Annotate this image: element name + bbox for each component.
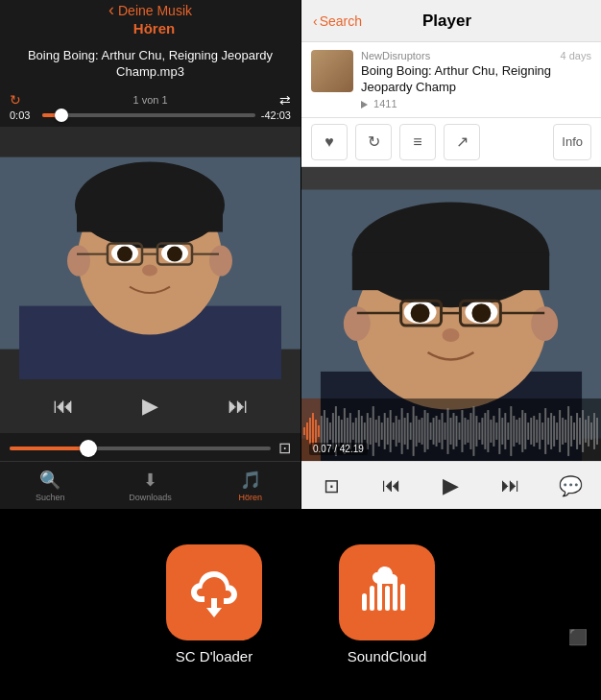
soundcloud-wrapper: SoundCloud — [339, 544, 435, 664]
svg-rect-101 — [487, 410, 489, 452]
svg-rect-118 — [536, 420, 538, 443]
svg-rect-76 — [416, 416, 418, 447]
svg-rect-46 — [329, 422, 331, 440]
music-tab-icon: 🎵 — [240, 470, 261, 491]
sc-dloader-icon[interactable] — [166, 544, 262, 640]
svg-point-29 — [471, 303, 491, 323]
svg-point-28 — [411, 303, 430, 323]
progress-track[interactable] — [42, 113, 255, 117]
svg-rect-149 — [370, 586, 374, 611]
progress-thumb[interactable] — [55, 109, 68, 122]
svg-rect-136 — [588, 416, 589, 447]
repost-button[interactable]: ↻ — [355, 124, 392, 160]
repeat-icon[interactable]: ↻ — [10, 92, 21, 108]
svg-rect-68 — [393, 422, 395, 440]
svg-rect-87 — [447, 408, 449, 454]
playlist-button[interactable]: ≡ — [399, 124, 436, 160]
episode-channel-name: NewDisruptors — [361, 50, 430, 61]
svg-rect-122 — [547, 418, 549, 445]
svg-rect-119 — [539, 413, 541, 449]
svg-rect-99 — [481, 418, 483, 445]
svg-rect-153 — [400, 584, 405, 611]
tab-hoeren[interactable]: 🎵 Hören — [201, 462, 300, 509]
thumb-face — [311, 50, 353, 92]
play-count: 1411 — [373, 98, 397, 109]
episode-info: NewDisruptors 4 days Boing Boing: Arthur… — [361, 50, 591, 109]
shuffle-icon[interactable]: ⇄ — [279, 92, 291, 108]
bottom-area: SC D'loader SoundCloud — [0, 509, 601, 700]
svg-rect-139 — [596, 418, 598, 445]
svg-rect-6 — [77, 203, 223, 231]
svg-rect-121 — [544, 408, 546, 454]
left-seek-bar[interactable]: ⊡ — [0, 433, 300, 461]
svg-rect-113 — [521, 410, 523, 452]
svg-rect-64 — [381, 422, 383, 440]
svg-rect-83 — [436, 416, 438, 447]
left-nav-back[interactable]: ‹ Deine Musik — [108, 0, 192, 20]
svg-rect-50 — [341, 420, 343, 443]
download-tab-icon: ⬇ — [143, 470, 157, 491]
svg-rect-88 — [450, 418, 452, 445]
info-button[interactable]: Info — [553, 124, 591, 160]
tab-suchen[interactable]: 🔍 Suchen — [0, 462, 100, 509]
svg-rect-125 — [556, 422, 558, 440]
left-track-title: Boing Boing: Arthur Chu, Reigning Jeopar… — [28, 48, 273, 79]
svg-rect-104 — [495, 422, 497, 440]
like-button[interactable]: ♥ — [311, 124, 348, 160]
soundcloud-icon[interactable] — [339, 544, 435, 640]
svg-rect-112 — [518, 418, 520, 445]
progress-row[interactable]: 0:03 -42:03 — [10, 109, 291, 121]
share-button[interactable]: ↗ — [444, 124, 480, 160]
right-play-button[interactable]: ▶ — [432, 467, 470, 505]
svg-rect-144 — [315, 420, 317, 443]
prev-track-button[interactable]: ⏮ — [42, 385, 84, 427]
svg-rect-134 — [582, 410, 584, 452]
svg-rect-116 — [530, 418, 532, 445]
svg-rect-132 — [576, 413, 578, 449]
right-airplay-button[interactable]: ⊡ — [312, 467, 350, 505]
tab-downloads[interactable]: ⬇ Downloads — [100, 462, 200, 509]
svg-rect-126 — [559, 410, 561, 452]
svg-rect-85 — [442, 413, 444, 449]
svg-rect-23 — [352, 252, 549, 290]
seek-track[interactable] — [10, 447, 271, 450]
svg-rect-95 — [469, 413, 471, 449]
left-airplay-icon[interactable]: ⊡ — [278, 439, 291, 457]
left-controls-bar: ⏮ ▶ ⏭ ⬛ — [0, 379, 300, 433]
left-progress-area: ↻ 1 von 1 ⇄ 0:03 -42:03 — [0, 86, 300, 127]
left-nav-bar: ‹ Deine Musik Hören — [0, 0, 300, 42]
svg-rect-75 — [413, 406, 415, 456]
svg-rect-82 — [433, 418, 435, 445]
svg-rect-130 — [570, 416, 572, 447]
svg-rect-65 — [384, 413, 386, 449]
right-action-bar: ♥ ↻ ≡ ↗ Info — [301, 118, 601, 167]
right-prev-button[interactable]: ⏮ — [373, 467, 411, 505]
right-next-button[interactable]: ⏭ — [492, 467, 530, 505]
next-track-button[interactable]: ⏭ — [217, 385, 259, 427]
svg-rect-103 — [493, 416, 494, 447]
svg-rect-92 — [461, 410, 463, 452]
play-count-icon — [361, 101, 368, 109]
svg-rect-54 — [352, 422, 354, 440]
seek-thumb[interactable] — [80, 440, 97, 457]
svg-rect-123 — [550, 413, 552, 449]
left-face-artwork — [0, 127, 300, 379]
episode-card: NewDisruptors 4 days Boing Boing: Arthur… — [301, 42, 601, 118]
right-nav-back[interactable]: ‹ Search — [313, 13, 362, 29]
svg-rect-63 — [378, 416, 380, 447]
right-waveform-area[interactable]: 0.07 / 42.19 — [301, 167, 601, 461]
svg-rect-52 — [347, 418, 349, 445]
play-pause-button[interactable]: ▶ — [130, 385, 172, 427]
svg-point-8 — [209, 245, 232, 276]
back-chevron-icon: ‹ — [108, 0, 114, 20]
svg-rect-71 — [401, 408, 403, 454]
tab-downloads-label: Downloads — [129, 493, 172, 502]
right-nav-back-label: Search — [320, 13, 362, 29]
right-comment-button[interactable]: 💬 — [552, 467, 590, 505]
time-remaining: -42:03 — [261, 109, 291, 121]
left-nav-title: Hören — [133, 20, 175, 36]
svg-rect-100 — [484, 413, 486, 449]
svg-rect-97 — [475, 416, 477, 447]
svg-rect-114 — [524, 413, 526, 449]
svg-rect-141 — [306, 422, 308, 440]
